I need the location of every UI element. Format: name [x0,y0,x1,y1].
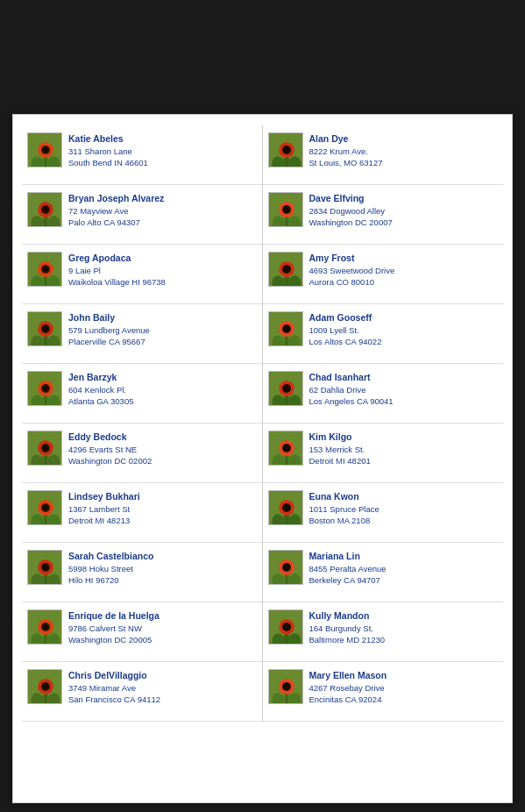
contact-addr2: St Louis, MO 63127 [309,157,383,168]
svg-point-109 [284,386,289,391]
contact-addr1: 604 Kenlock Pl. [68,384,133,395]
svg-point-43 [284,207,289,212]
contact-name: Greg Apodaca [68,252,166,265]
contact-addr1: 1367 Lambert St [68,503,140,515]
contact-info: Jen Barzyk604 Kenlock Pl.Atlanta GA 3030… [68,371,133,407]
contact-addr2: Detroit MI 48201 [309,455,371,467]
contact-info: John Baily579 Lundberg AvenuePlacerville… [68,311,150,347]
contact-addr2: Waikoloa Village HI 96738 [68,276,166,288]
contact-cell: Chad Isanhart62 Dahlia DriveLos Angeles … [263,364,504,424]
contact-photo [27,550,62,585]
contact-addr1: 579 Lundberg Avenue [68,324,150,336]
svg-point-120 [43,445,48,451]
contact-info: Greg Apodaca9 Laie PlWaikoloa Village HI… [68,252,166,288]
contact-photo [268,550,303,585]
contact-photo [268,132,303,167]
contact-cell: Enrique de la Huelga9786 Calvert St NWWa… [22,602,263,662]
contact-addr2: Palo Alto CA 94307 [68,217,164,228]
contact-cell: Mariana Lin8455 Peralta AvenueBerkeley C… [263,543,504,602]
contact-addr1: 1011 Spruce Place [309,503,380,515]
contact-cell: Kully Mandon164 Burgundy St.Baltimore MD… [263,602,504,662]
contact-addr1: 3749 Miramar Ave [68,682,160,694]
contact-cell: Mary Ellen Mason4267 Rosebay DriveEncini… [263,662,504,722]
contact-addr2: Berkeley CA 94707 [309,574,387,586]
svg-point-98 [43,386,48,391]
contact-addr2: Encinitas CA 92024 [309,694,387,705]
contact-addr2: Hilo HI 96720 [68,574,153,586]
contact-addr1: 8455 Peralta Avenue [309,563,387,574]
contact-info: Kim Kilgo153 Merrick St.Detroit MI 48201 [309,431,371,467]
contact-cell: Sarah Castelbianco5998 Hoku StreetHilo H… [22,543,263,602]
svg-point-131 [284,445,289,451]
contact-photo [27,192,62,227]
contact-cell: Lindsey Bukhari1367 Lambert StDetroit MI… [22,483,263,543]
contact-addr1: 2834 Dogwood Alley [309,205,393,217]
contact-cell: Greg Apodaca9 Laie PlWaikoloa Village HI… [22,245,263,304]
contact-cell: Eddy Bedock4296 Evarts St NEWashington D… [22,424,263,483]
contact-name: John Baily [68,311,150,324]
contact-name: Chris DelVillaggio [68,669,160,682]
contact-photo [27,609,62,645]
contact-addr2: Detroit MI 48213 [68,515,140,526]
contact-addr1: 4296 Evarts St NE [68,444,152,455]
contact-name: Alan Dye [309,132,383,146]
contact-photo [268,609,303,645]
svg-point-208 [43,684,48,689]
contact-cell: Euna Kwon1011 Spruce PlaceBoston MA 2108 [263,483,504,543]
contact-name: Jen Barzyk [68,371,133,384]
contact-cell: Jen Barzyk604 Kenlock Pl.Atlanta GA 3030… [22,364,263,424]
contact-addr1: 8222 Krum Ave. [309,146,383,157]
contact-info: Kully Mandon164 Burgundy St.Baltimore MD… [309,609,386,645]
contact-photo [27,371,62,406]
contact-addr1: 1009 Lyell St. [309,324,382,336]
contact-info: Bryan Joseph Alvarez72 Mayview AvePalo A… [68,192,164,228]
svg-point-21 [284,147,289,153]
contact-info: Amy Frost4693 Sweetwood DriveAurora CO 8… [309,252,395,288]
contact-info: Enrique de la Huelga9786 Calvert St NWWa… [68,609,160,645]
contact-name: Chad Isanhart [309,371,394,384]
contact-info: Eddy Bedock4296 Evarts St NEWashington D… [68,431,152,467]
contact-addr1: 62 Dahlia Drive [309,384,394,395]
svg-point-175 [284,565,289,570]
contact-info: Dave Elfving2834 Dogwood AlleyWashington… [309,192,393,228]
contact-addr2: Baltimore MD 21230 [309,634,386,645]
contact-info: Euna Kwon1011 Spruce PlaceBoston MA 2108 [309,490,380,526]
contact-cell: Bryan Joseph Alvarez72 Mayview AvePalo A… [22,185,263,245]
svg-point-10 [43,147,48,153]
contact-name: Mary Ellen Mason [309,669,387,682]
contact-name: Adam Gooseff [309,311,382,324]
contact-name: Kim Kilgo [309,431,371,444]
contact-photo [268,490,303,525]
contact-addr1: 9786 Calvert St NW [68,623,160,634]
contact-addr1: 4693 Sweetwood Drive [309,265,395,276]
contact-addr2: Boston MA 2108 [309,515,380,526]
svg-point-219 [284,684,289,689]
svg-point-186 [43,624,48,630]
contact-addr1: 5998 Hoku Street [68,563,153,574]
contact-addr1: 311 Sharon Lane [68,146,148,157]
contact-photo [268,431,303,466]
contact-info: Katie Abeles311 Sharon LaneSouth Bend IN… [68,132,148,168]
contact-photo [27,490,62,525]
svg-point-164 [43,565,48,570]
contact-name: Bryan Joseph Alvarez [68,192,164,205]
contact-addr2: Washington DC 20007 [309,217,393,228]
contact-photo [27,669,62,704]
contact-addr2: San Francisco CA 94112 [68,694,160,705]
contact-photo [27,252,62,287]
contact-cell: Alan Dye8222 Krum Ave.St Louis, MO 63127 [263,125,504,185]
background [0,0,525,123]
contact-name: Enrique de la Huelga [68,609,160,623]
contact-addr2: Los Altos CA 94022 [309,336,382,347]
contact-info: Mary Ellen Mason4267 Rosebay DriveEncini… [309,669,387,705]
svg-point-32 [43,207,48,212]
contact-info: Alan Dye8222 Krum Ave.St Louis, MO 63127 [309,132,383,168]
contact-name: Amy Frost [309,252,395,265]
contact-info: Sarah Castelbianco5998 Hoku StreetHilo H… [68,550,153,586]
contact-addr1: 9 Laie Pl [68,265,166,276]
svg-point-65 [284,267,289,272]
svg-point-153 [284,505,289,510]
contact-photo [268,252,303,287]
contact-addr2: Atlanta GA 30305 [68,395,133,407]
contact-name: Kully Mandon [309,609,386,623]
